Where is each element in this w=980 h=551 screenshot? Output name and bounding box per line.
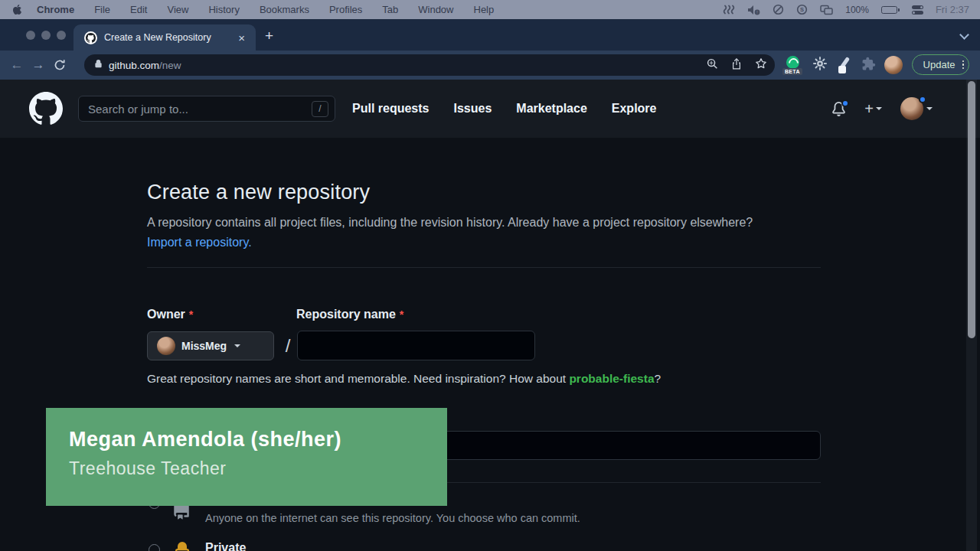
search-input[interactable] <box>88 103 312 116</box>
menu-item-edit[interactable]: Edit <box>120 4 157 15</box>
update-button[interactable]: Update <box>912 54 969 75</box>
tab-close-icon[interactable]: × <box>235 31 248 45</box>
lock-icon <box>173 542 191 551</box>
update-label: Update <box>923 59 956 70</box>
page-scrollbar[interactable] <box>966 80 977 551</box>
site-lock-icon[interactable] <box>94 58 103 72</box>
svg-text:S: S <box>800 6 804 13</box>
owner-name: MissMeg <box>181 340 227 352</box>
browser-tab[interactable]: Create a New Repository × <box>74 24 256 51</box>
beta-extension-icon[interactable]: BETA <box>782 55 804 75</box>
repository-name-input[interactable] <box>297 331 535 360</box>
forward-button[interactable]: → <box>28 57 49 73</box>
chevron-down-icon <box>234 344 240 347</box>
github-nav: Pull requests Issues Marketplace Explore <box>352 102 656 116</box>
chevron-down-icon <box>876 107 882 110</box>
zoom-window-button[interactable] <box>57 31 66 40</box>
owner-repo-separator: / <box>279 331 296 360</box>
import-repository-link[interactable]: Import a repository. <box>147 236 252 249</box>
menu-item-view[interactable]: View <box>157 4 198 15</box>
svg-text:!: ! <box>757 10 758 15</box>
presenter-lower-third: Megan Amendola (she/her) Treehouse Teach… <box>46 408 447 506</box>
menu-item-bookmarks[interactable]: Bookmarks <box>250 4 319 15</box>
slash-key-hint: / <box>312 101 328 117</box>
menu-item-tab[interactable]: Tab <box>372 4 408 15</box>
avatar-notification-dot <box>919 96 926 103</box>
repo-name-hint: Great repository names are short and mem… <box>147 372 661 386</box>
suggested-repo-name[interactable]: probable-fiesta <box>569 372 654 385</box>
beta-badge: BETA <box>782 68 802 75</box>
battery-icon <box>881 6 900 14</box>
owner-label: Owner* <box>147 308 193 321</box>
window-controls[interactable] <box>26 31 66 40</box>
menu-item-help[interactable]: Help <box>464 4 505 15</box>
macos-menu-bar: Chrome File Edit View History Bookmarks … <box>0 0 980 19</box>
user-menu[interactable] <box>900 97 933 120</box>
notification-dot <box>841 99 849 107</box>
required-asterisk: * <box>189 308 193 321</box>
gear-extension-icon[interactable] <box>812 56 828 74</box>
minimize-window-button[interactable] <box>41 31 51 40</box>
nav-pull-requests[interactable]: Pull requests <box>352 102 429 116</box>
back-button[interactable]: ← <box>6 57 28 73</box>
intro-text: A repository contains all project files,… <box>147 216 753 229</box>
plus-icon: + <box>864 100 874 118</box>
url-path: /new <box>159 60 181 71</box>
presenter-role: Treehouse Teacher <box>69 458 447 479</box>
wave-status-icon[interactable] <box>723 5 735 15</box>
address-bar[interactable]: github.com/new <box>84 54 775 76</box>
sound-status-icon[interactable]: ! <box>747 5 760 15</box>
chrome-tab-strip: Create a New Repository × + <box>0 19 980 51</box>
extensions-puzzle-icon[interactable] <box>861 57 876 74</box>
close-window-button[interactable] <box>26 31 35 40</box>
repository-name-label: Repository name* <box>296 308 403 321</box>
scrollbar-thumb[interactable] <box>968 81 975 338</box>
page-title: Create a new repository <box>147 181 370 204</box>
divider <box>147 267 821 268</box>
notifications-bell-icon[interactable] <box>831 102 846 116</box>
github-header: / Pull requests Issues Marketplace Explo… <box>0 80 980 138</box>
tab-search-chevron-icon[interactable] <box>961 31 968 38</box>
zoom-icon[interactable] <box>707 58 718 73</box>
github-search-box[interactable]: / <box>78 96 335 122</box>
github-favicon <box>84 31 97 44</box>
github-logo-icon[interactable] <box>29 92 63 126</box>
sync-status-icon[interactable]: S <box>796 4 808 15</box>
control-center-icon[interactable] <box>912 5 923 15</box>
browser-menu-icon[interactable] <box>962 60 965 70</box>
private-option-label[interactable]: Private <box>205 541 246 551</box>
owner-avatar <box>157 337 175 355</box>
new-tab-button[interactable]: + <box>265 28 273 43</box>
chrome-toolbar: ← → github.com/new BETA <box>0 51 980 80</box>
public-option-description: Anyone on the internet can see this repo… <box>205 512 580 524</box>
create-new-dropdown[interactable]: + <box>864 100 882 118</box>
share-icon[interactable] <box>731 58 742 73</box>
page-intro: A repository contains all project files,… <box>147 213 778 253</box>
tab-title: Create a New Repository <box>104 32 235 43</box>
chevron-down-icon <box>926 107 933 110</box>
menu-item-window[interactable]: Window <box>408 4 463 15</box>
nav-issues[interactable]: Issues <box>453 102 492 116</box>
do-not-disturb-icon[interactable] <box>773 4 784 15</box>
menu-item-chrome[interactable]: Chrome <box>27 4 84 15</box>
private-radio[interactable] <box>149 544 160 551</box>
menu-item-profiles[interactable]: Profiles <box>319 4 372 15</box>
owner-select-button[interactable]: MissMeg <box>147 331 274 360</box>
menu-item-file[interactable]: File <box>84 4 120 15</box>
reload-button[interactable] <box>49 59 70 71</box>
hint-question-mark: ? <box>655 372 662 385</box>
required-asterisk: * <box>400 308 403 321</box>
displays-icon[interactable] <box>820 5 833 15</box>
bookmark-star-icon[interactable] <box>755 57 767 73</box>
hint-text: Great repository names are short and mem… <box>147 372 569 385</box>
browser-profile-avatar[interactable] <box>884 56 903 74</box>
url-host: github.com <box>109 60 159 71</box>
presenter-name: Megan Amendola (she/her) <box>69 428 447 452</box>
nav-explore[interactable]: Explore <box>612 102 657 116</box>
battery-percent-label: 100% <box>845 5 869 15</box>
menu-bar-clock[interactable]: Fri 2:37 <box>936 4 969 15</box>
nav-marketplace[interactable]: Marketplace <box>516 102 587 116</box>
apple-menu-icon[interactable] <box>0 4 27 15</box>
menu-item-history[interactable]: History <box>198 4 249 15</box>
pen-extension-icon[interactable] <box>836 56 853 74</box>
